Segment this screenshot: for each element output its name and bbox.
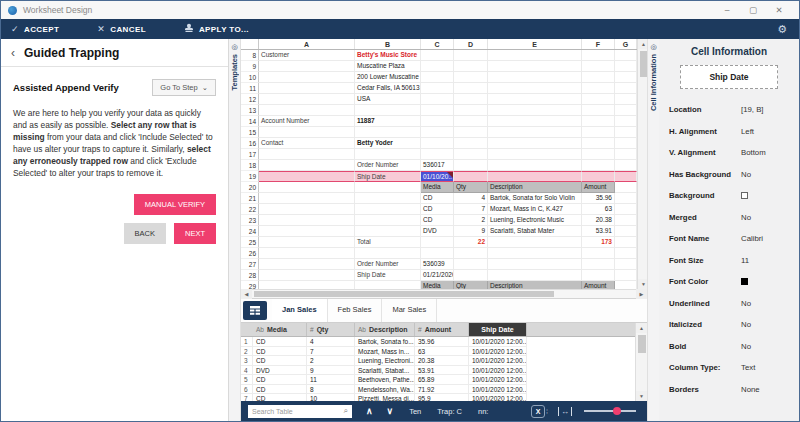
cell-F21[interactable]: 35.96 <box>582 193 615 204</box>
cell-C22[interactable]: CD <box>421 204 454 215</box>
cell-A25[interactable] <box>259 237 355 248</box>
cell-C10[interactable] <box>421 72 454 83</box>
row-header-23[interactable]: 23 <box>241 215 259 226</box>
cell-E18[interactable] <box>488 160 582 171</box>
cell-A26[interactable] <box>259 248 355 259</box>
cell-G18[interactable] <box>615 160 637 171</box>
cell-E19[interactable] <box>488 171 582 182</box>
cell-F15[interactable] <box>582 127 615 138</box>
cell-A14[interactable]: Account Number <box>259 116 355 127</box>
cell-B11[interactable]: Cedar Falls, IA 50613 <box>355 83 421 94</box>
table-row-5[interactable]: 5CD11Beethoven, Pathe...65.8910/01/2020 … <box>241 375 635 385</box>
cell-D16[interactable] <box>454 138 488 149</box>
cell-E9[interactable] <box>488 61 582 72</box>
cell-A11[interactable] <box>259 83 355 94</box>
cell-C29[interactable]: Media <box>421 281 454 289</box>
cell-E8[interactable] <box>488 50 582 61</box>
cell-A13[interactable] <box>259 105 355 116</box>
table-vertical-scrollbar[interactable]: ▲ ▼ <box>635 323 647 401</box>
cell-F12[interactable] <box>582 94 615 105</box>
cell-G13[interactable] <box>615 105 637 116</box>
gear-icon[interactable]: ⚙ <box>777 23 787 36</box>
cell-C14[interactable] <box>421 116 454 127</box>
cell-F28[interactable] <box>582 270 615 281</box>
cell-B18[interactable]: Order Number <box>355 160 421 171</box>
cell-A29[interactable] <box>259 281 355 289</box>
cell-F26[interactable] <box>582 248 615 259</box>
cell-D10[interactable] <box>454 72 488 83</box>
color-swatch[interactable] <box>741 192 748 199</box>
cell-B13[interactable] <box>355 105 421 116</box>
row-header-22[interactable]: 22 <box>241 204 259 215</box>
cell-C26[interactable] <box>421 248 454 259</box>
cell-A12[interactable] <box>259 94 355 105</box>
cell-D20[interactable]: Qty <box>454 182 488 193</box>
cell-G8[interactable] <box>615 50 637 61</box>
cell-D19[interactable] <box>454 171 488 182</box>
table-row-3[interactable]: 3CD2Luening, Electroni...20.3810/01/2020… <box>241 356 635 366</box>
cell-F17[interactable] <box>582 149 615 160</box>
cell-F19[interactable] <box>582 171 615 182</box>
auto-hide-pin-icon[interactable]: ◎ <box>231 42 237 51</box>
cell-D14[interactable] <box>454 116 488 127</box>
row-header-8[interactable]: 8 <box>241 50 259 61</box>
cell-E20[interactable]: Description <box>488 182 582 193</box>
column-header-F[interactable]: F <box>582 39 615 49</box>
minimize-button[interactable]: – <box>714 1 740 19</box>
table-column-header-amount[interactable]: #Amount <box>415 323 469 336</box>
cell-F14[interactable] <box>582 116 615 127</box>
row-header-10[interactable]: 10 <box>241 72 259 83</box>
cell-A16[interactable]: Contact <box>259 138 355 149</box>
maximize-button[interactable]: ▢ <box>740 1 766 19</box>
column-header-E[interactable]: E <box>488 39 582 49</box>
cell-E21[interactable]: Bartok, Sonata for Solo Violin <box>488 193 582 204</box>
scroll-right-icon[interactable]: ▶ <box>636 289 647 299</box>
cell-C17[interactable] <box>421 149 454 160</box>
cell-E22[interactable]: Mozart, Mass in C, K.427 <box>488 204 582 215</box>
cell-A15[interactable] <box>259 127 355 138</box>
row-header-29[interactable]: 29 <box>241 281 259 289</box>
column-header-C[interactable]: C <box>421 39 454 49</box>
close-button[interactable]: ✕ <box>766 1 792 19</box>
cell-B20[interactable] <box>355 182 421 193</box>
row-header-24[interactable]: 24 <box>241 226 259 237</box>
cell-E27[interactable] <box>488 259 582 270</box>
cell-B14[interactable]: 11887 <box>355 116 421 127</box>
cell-F10[interactable] <box>582 72 615 83</box>
cell-E24[interactable]: Scarlatti, Stabat Mater <box>488 226 582 237</box>
cell-B21[interactable] <box>355 193 421 204</box>
cell-G23[interactable] <box>615 215 637 226</box>
cell-G26[interactable] <box>615 248 637 259</box>
cell-C13[interactable] <box>421 105 454 116</box>
cell-F22[interactable]: 63 <box>582 204 615 215</box>
cell-A21[interactable] <box>259 193 355 204</box>
row-header-21[interactable]: 21 <box>241 193 259 204</box>
cell-A17[interactable] <box>259 149 355 160</box>
cell-D13[interactable] <box>454 105 488 116</box>
cell-D22[interactable]: 7 <box>454 204 488 215</box>
cell-C24[interactable]: DVD <box>421 226 454 237</box>
cell-A8[interactable]: Customer <box>259 50 355 61</box>
cell-G15[interactable] <box>615 127 637 138</box>
cell-E12[interactable] <box>488 94 582 105</box>
cell-E29[interactable]: Description <box>488 281 582 289</box>
cell-E11[interactable] <box>488 83 582 94</box>
cell-A18[interactable] <box>259 160 355 171</box>
cell-B17[interactable] <box>355 149 421 160</box>
cell-B24[interactable] <box>355 226 421 237</box>
cell-D9[interactable] <box>454 61 488 72</box>
accept-button[interactable]: ✓ ACCEPT <box>11 24 59 34</box>
row-header-26[interactable]: 26 <box>241 248 259 259</box>
cell-B9[interactable]: Muscatine Plaza <box>355 61 421 72</box>
scrollbar-thumb[interactable] <box>638 335 646 353</box>
cell-G10[interactable] <box>615 72 637 83</box>
fit-columns-icon[interactable]: ↔ <box>558 407 572 416</box>
column-header-B[interactable]: B <box>355 39 421 49</box>
cell-D29[interactable]: Qty <box>454 281 488 289</box>
cell-E23[interactable]: Luening, Electronic Music <box>488 215 582 226</box>
cell-E26[interactable] <box>488 248 582 259</box>
cell-D23[interactable]: 2 <box>454 215 488 226</box>
cell-G28[interactable] <box>615 270 637 281</box>
cell-D24[interactable]: 9 <box>454 226 488 237</box>
cell-G25[interactable] <box>615 237 637 248</box>
